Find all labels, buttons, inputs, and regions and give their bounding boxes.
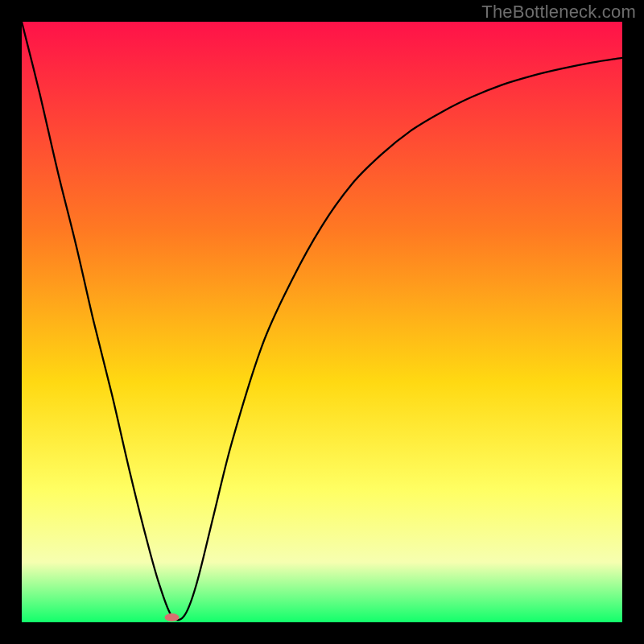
bottleneck-curve: [22, 22, 622, 622]
optimal-point-marker: [165, 613, 180, 621]
plot-area: [22, 22, 622, 622]
chart-frame: TheBottleneck.com: [0, 0, 644, 644]
watermark-text: TheBottleneck.com: [481, 2, 636, 23]
